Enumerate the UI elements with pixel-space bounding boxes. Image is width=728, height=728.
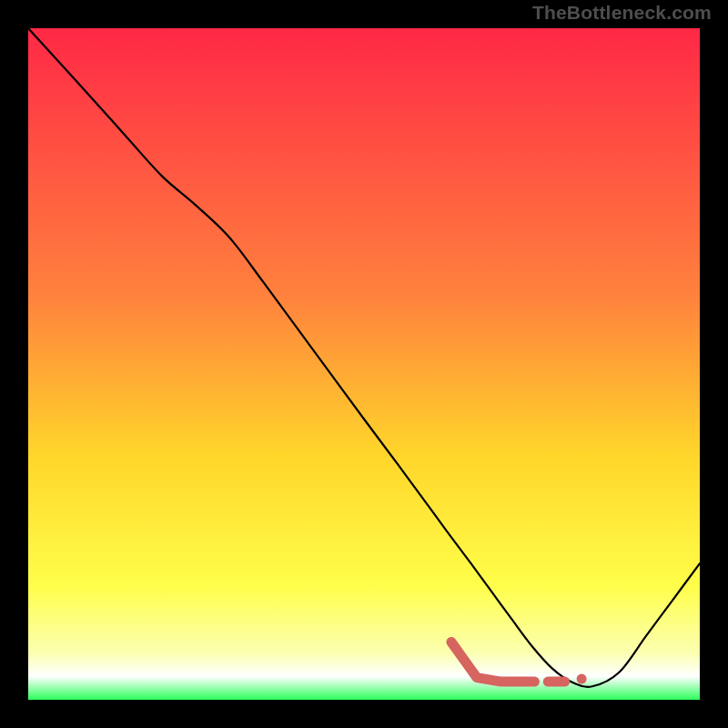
watermark-text: TheBottleneck.com (532, 2, 712, 24)
bottleneck-chart (28, 28, 700, 700)
highlight-dot (577, 674, 587, 684)
chart-container: TheBottleneck.com (0, 0, 728, 728)
gradient-background (28, 28, 700, 700)
plot-frame (28, 28, 700, 700)
